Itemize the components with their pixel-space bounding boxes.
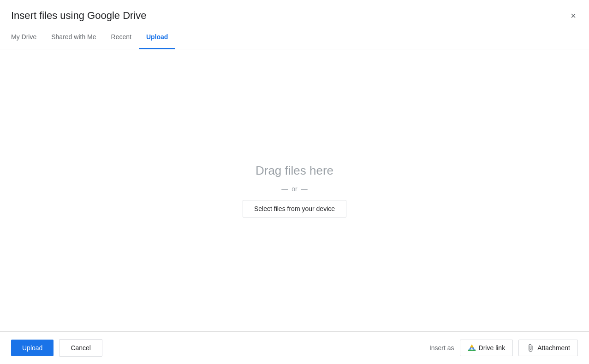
cancel-button[interactable]: Cancel bbox=[59, 339, 102, 357]
upload-content-area: Drag files here or Select files from you… bbox=[0, 49, 589, 331]
drag-drop-zone[interactable]: Drag files here or Select files from you… bbox=[243, 164, 346, 217]
select-files-button[interactable]: Select files from your device bbox=[243, 200, 346, 217]
attachment-button[interactable]: Attachment bbox=[518, 340, 578, 356]
tab-my-drive[interactable]: My Drive bbox=[11, 26, 44, 49]
attachment-icon bbox=[526, 344, 535, 352]
footer-right-actions: Insert as Drive link Attachment bbox=[429, 340, 578, 356]
footer-left-actions: Upload Cancel bbox=[11, 339, 102, 357]
insert-as-label: Insert as bbox=[429, 344, 454, 352]
tab-bar: My Drive Shared with Me Recent Upload bbox=[0, 26, 589, 49]
drive-link-button[interactable]: Drive link bbox=[460, 340, 513, 356]
dialog-title: Insert files using Google Drive bbox=[11, 10, 146, 22]
dialog-footer: Upload Cancel Insert as Drive link bbox=[0, 331, 589, 364]
drive-link-label: Drive link bbox=[479, 344, 506, 352]
google-drive-dialog: Insert files using Google Drive × My Dri… bbox=[0, 0, 589, 364]
or-text: or bbox=[292, 185, 297, 193]
drive-icon bbox=[468, 344, 476, 352]
upload-button[interactable]: Upload bbox=[11, 340, 54, 356]
or-divider: or bbox=[281, 185, 307, 193]
drag-files-text: Drag files here bbox=[256, 164, 333, 178]
close-button[interactable]: × bbox=[569, 9, 578, 22]
attachment-label: Attachment bbox=[537, 344, 570, 352]
tab-upload[interactable]: Upload bbox=[139, 26, 175, 49]
tab-recent[interactable]: Recent bbox=[104, 26, 139, 49]
tab-shared-with-me[interactable]: Shared with Me bbox=[44, 26, 103, 49]
dialog-header: Insert files using Google Drive × bbox=[0, 0, 589, 22]
